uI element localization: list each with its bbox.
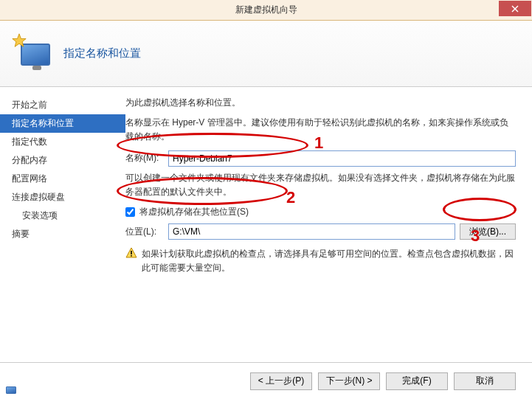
- cancel-button[interactable]: 取消: [454, 372, 516, 390]
- sidebar-item-label: 指定代数: [12, 136, 47, 147]
- vm-name-input[interactable]: [168, 150, 516, 167]
- close-icon: [511, 5, 519, 13]
- wizard-body: 开始之前 指定名称和位置 指定代数 分配内存 配置网络 连接虚拟硬盘 安装选项 …: [0, 87, 532, 362]
- finish-button[interactable]: 完成(F): [386, 372, 448, 390]
- warning-row: 如果计划获取此虚拟机的检查点，请选择具有足够可用空间的位置。检查点包含虚拟机数据…: [125, 247, 516, 275]
- sidebar-item-before-begin[interactable]: 开始之前: [0, 96, 125, 114]
- wizard-icon: [15, 36, 50, 72]
- svg-rect-3: [131, 255, 132, 257]
- name-label: 名称(M):: [125, 151, 168, 165]
- sidebar-item-label: 分配内存: [12, 155, 47, 165]
- sidebar-item-label: 开始之前: [12, 100, 47, 110]
- store-other-location-checkbox[interactable]: [125, 207, 135, 217]
- svg-rect-2: [131, 251, 132, 254]
- sidebar-item-memory[interactable]: 分配内存: [0, 151, 125, 170]
- sidebar-item-label: 安装选项: [22, 210, 58, 221]
- sidebar-item-vhd[interactable]: 连接虚拟硬盘: [0, 188, 125, 207]
- location-description: 可以创建一个文件夹或使用现有文件夹来存储虚拟机。如果没有选择文件夹，虚拟机将存储…: [125, 171, 516, 199]
- sidebar-item-name-location[interactable]: 指定名称和位置: [0, 114, 125, 133]
- name-row: 名称(M):: [125, 150, 516, 167]
- name-description: 名称显示在 Hyper-V 管理器中。建议你使用有助于轻松识别此虚拟机的名称，如…: [125, 116, 516, 144]
- svg-marker-0: [13, 33, 26, 46]
- warning-icon: [125, 247, 137, 259]
- sidebar-item-install-options[interactable]: 安装选项: [0, 207, 125, 225]
- next-button[interactable]: 下一步(N) >: [318, 372, 380, 390]
- sidebar-item-generation[interactable]: 指定代数: [0, 133, 125, 151]
- location-input[interactable]: [168, 223, 455, 240]
- browse-button[interactable]: 浏览(B)...: [460, 223, 516, 240]
- prev-button[interactable]: < 上一步(P): [250, 372, 312, 390]
- location-row: 位置(L): 浏览(B)...: [125, 223, 516, 240]
- wizard-content: 为此虚拟机选择名称和位置。 名称显示在 Hyper-V 管理器中。建议你使用有助…: [125, 87, 532, 362]
- sidebar-item-label: 摘要: [12, 229, 30, 239]
- store-other-location-label: 将虚拟机存储在其他位置(S): [139, 205, 249, 219]
- warning-text: 如果计划获取此虚拟机的检查点，请选择具有足够可用空间的位置。检查点包含虚拟机数据…: [142, 247, 516, 275]
- titlebar: 新建虚拟机向导: [0, 0, 532, 21]
- intro-text: 为此虚拟机选择名称和位置。: [125, 96, 516, 110]
- taskbar-app-icon: [4, 384, 16, 396]
- wizard-footer: < 上一步(P) 下一步(N) > 完成(F) 取消: [0, 362, 532, 399]
- close-button[interactable]: [499, 1, 531, 16]
- store-other-location-row: 将虚拟机存储在其他位置(S): [125, 205, 516, 219]
- window-title: 新建虚拟机向导: [0, 4, 532, 16]
- page-title: 指定名称和位置: [63, 46, 141, 60]
- sidebar-item-label: 指定名称和位置: [12, 118, 74, 128]
- star-icon: [12, 33, 27, 48]
- sidebar-item-network[interactable]: 配置网络: [0, 170, 125, 188]
- wizard-steps-sidebar: 开始之前 指定名称和位置 指定代数 分配内存 配置网络 连接虚拟硬盘 安装选项 …: [0, 87, 125, 362]
- location-label: 位置(L):: [125, 225, 168, 239]
- wizard-header: 指定名称和位置: [0, 21, 532, 87]
- sidebar-item-label: 配置网络: [12, 173, 47, 184]
- sidebar-item-label: 连接虚拟硬盘: [12, 192, 65, 202]
- sidebar-item-summary[interactable]: 摘要: [0, 225, 125, 243]
